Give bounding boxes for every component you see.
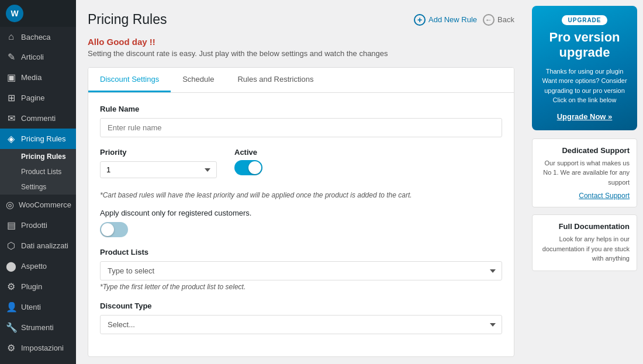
submenu-product-lists[interactable]: Product Lists [0, 164, 76, 179]
sidebar-item-articoli[interactable]: ✎ Articoli [0, 47, 76, 67]
docs-text: Look for any helps in our documentation … [540, 234, 630, 264]
priority-select[interactable]: 1 2 3 [100, 161, 217, 178]
rule-name-input[interactable] [100, 118, 502, 137]
upgrade-badge: UPGRADE [562, 15, 607, 25]
add-icon: + [414, 14, 426, 26]
apply-discount-group: Apply discount only for registered custo… [100, 209, 502, 237]
rule-name-group: Rule Name [100, 105, 502, 137]
product-lists-hint: *Type the first letter of the product li… [100, 283, 502, 291]
tab-bar: Discount Settings Schedule Rules and Res… [88, 68, 514, 93]
active-label: Active [234, 148, 262, 157]
sidebar: W ⌂ Bacheca ✎ Articoli ▣ Media ⊞ Pagine … [0, 0, 76, 364]
apply-discount-toggle[interactable] [100, 222, 128, 237]
sidebar-item-utenti[interactable]: 👤 Utenti [0, 297, 76, 317]
discount-type-select[interactable]: Select... [100, 315, 502, 334]
sidebar-item-impostazioni[interactable]: ⚙ Impostazioni [0, 338, 76, 358]
apply-discount-label: Apply discount only for registered custo… [100, 209, 502, 217]
priority-label: Priority [100, 148, 217, 157]
rule-name-label: Rule Name [100, 105, 502, 113]
tab-schedule[interactable]: Schedule [171, 68, 226, 92]
sidebar-item-prodotti[interactable]: ▤ Prodotti [0, 215, 76, 235]
back-button[interactable]: ← Back [483, 14, 514, 26]
priority-group: Priority 1 2 3 [100, 148, 217, 178]
wp-logo-icon: W [6, 5, 23, 22]
product-lists-group: Product Lists Type to select *Type the f… [100, 248, 502, 291]
appearance-icon: ⬤ [6, 261, 16, 272]
sidebar-item-plugin[interactable]: ⚙ Plugin [0, 276, 76, 297]
tab-rules-restrictions[interactable]: Rules and Restrictions [226, 68, 325, 92]
submenu-pricing-rules[interactable]: Pricing Rules [0, 149, 76, 164]
sidebar-logo: W [0, 0, 76, 27]
submenu-settings[interactable]: Settings [0, 179, 76, 195]
docs-title: Full Documentation [540, 222, 630, 231]
upgrade-text: Thanks for using our plugin Want more op… [539, 67, 630, 105]
card-body: Rule Name Priority 1 2 3 [88, 93, 514, 356]
upgrade-card: UPGRADE Pro version upgrade Thanks for u… [532, 6, 637, 130]
contact-support-link[interactable]: Contact Support [540, 192, 630, 200]
users-icon: 👤 [6, 301, 16, 313]
greeting-text: Allo Good day !! [88, 37, 514, 47]
media-icon: ▣ [6, 72, 16, 83]
sidebar-item-commenti[interactable]: ✉ Commenti [0, 108, 76, 129]
sidebar-item-bacheca[interactable]: ⌂ Bacheca [0, 27, 76, 47]
sidebar-item-pagine[interactable]: ⊞ Pagine [0, 88, 76, 108]
priority-active-row: Priority 1 2 3 Active [100, 148, 502, 189]
back-icon: ← [483, 14, 495, 26]
support-card: Dedicated Support Our support is what ma… [532, 138, 637, 208]
product-lists-select[interactable]: Type to select [100, 261, 502, 280]
products-icon: ▤ [6, 220, 16, 231]
right-panel: UPGRADE Pro version upgrade Thanks for u… [526, 0, 643, 364]
sidebar-item-woocommerce[interactable]: ◎ WooCommerce [0, 195, 76, 215]
product-lists-label: Product Lists [100, 248, 502, 256]
settings-icon: ⚙ [6, 342, 16, 353]
upgrade-now-button[interactable]: Upgrade Now » [539, 112, 630, 121]
pricing-rules-submenu: Pricing Rules Product Lists Settings [0, 149, 76, 195]
content: Pricing Rules + Add New Rule ← Back Allo… [76, 0, 526, 364]
page-title: Pricing Rules [88, 12, 167, 27]
main-area: Pricing Rules + Add New Rule ← Back Allo… [76, 0, 643, 364]
page-header: Pricing Rules + Add New Rule ← Back [88, 12, 514, 27]
sidebar-item-pricing-rules[interactable]: ◈ Pricing Rules [0, 129, 76, 149]
main-card: Discount Settings Schedule Rules and Res… [88, 67, 514, 357]
pricing-icon: ◈ [6, 133, 16, 144]
active-toggle-group: Active [234, 148, 262, 175]
cart-help-text: *Cart based rules will have the least pr… [100, 191, 502, 199]
docs-card: Full Documentation Look for any helps in… [532, 214, 637, 271]
support-title: Dedicated Support [540, 146, 630, 155]
analytics-icon: ⬡ [6, 240, 16, 251]
header-actions: + Add New Rule ← Back [414, 14, 514, 26]
tools-icon: 🔧 [6, 322, 16, 333]
home-icon: ⌂ [6, 32, 16, 42]
sidebar-item-collapse[interactable]: ◀ Riduci menu [0, 358, 76, 364]
comments-icon: ✉ [6, 113, 16, 124]
active-toggle[interactable] [234, 160, 262, 175]
sidebar-item-analytics[interactable]: ⬡ Dati analizzati [0, 235, 76, 256]
tab-discount-settings[interactable]: Discount Settings [88, 68, 171, 92]
add-new-rule-button[interactable]: + Add New Rule [414, 14, 477, 26]
sidebar-item-aspetto[interactable]: ⬤ Aspetto [0, 256, 76, 276]
greeting-subtext: Setting the discount rate is easy. Just … [88, 49, 514, 58]
sidebar-item-media[interactable]: ▣ Media [0, 67, 76, 88]
edit-icon: ✎ [6, 51, 16, 63]
discount-type-group: Discount Type Select... [100, 301, 502, 334]
sidebar-item-strumenti[interactable]: 🔧 Strumenti [0, 317, 76, 338]
discount-type-label: Discount Type [100, 301, 502, 310]
upgrade-title: Pro version upgrade [539, 30, 630, 61]
woo-icon: ◎ [6, 199, 14, 210]
support-text: Our support is what makes us No 1. We ar… [540, 158, 630, 188]
pages-icon: ⊞ [6, 92, 16, 103]
plugin-icon: ⚙ [6, 281, 16, 292]
content-wrapper: Pricing Rules + Add New Rule ← Back Allo… [76, 0, 643, 364]
